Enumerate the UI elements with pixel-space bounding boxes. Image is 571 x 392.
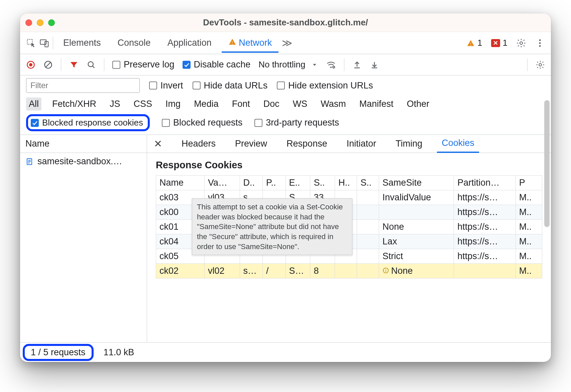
detail-tab-cookies[interactable]: Cookies [437,135,479,153]
requests-count: 1 / 5 requests [23,344,94,361]
cookie-row[interactable]: ck02vl02s…/S…8NoneM.. [156,264,542,278]
svg-point-4 [539,39,541,41]
download-icon[interactable] [370,60,379,69]
cookies-header-cell[interactable]: P.. [263,176,286,190]
cookie-cell: vl02 [205,264,240,278]
preserve-log-checkbox[interactable]: Preserve log [112,59,175,70]
detail-tab-initiator[interactable]: Initiator [342,135,381,152]
cookie-cell: M.. [516,234,542,249]
more-tabs-button[interactable]: ≫ [282,37,292,49]
cookie-cell: vl00 [205,205,240,220]
type-filter-manifest[interactable]: Manifest [357,97,396,111]
warn-count: 1 [477,38,482,48]
request-row[interactable]: samesite-sandbox.… [20,153,147,170]
cookie-cell: / [263,264,286,278]
cookies-header-cell[interactable]: E.. [286,176,310,190]
warning-icon [228,38,236,46]
cookies-header-cell[interactable]: Va… [205,176,240,190]
disable-cache-checkbox[interactable]: Disable cache [183,59,251,70]
cookie-cell: None [379,264,454,278]
transfer-size: 11.0 kB [104,347,134,358]
hide-data-label: Hide data URLs [204,80,268,91]
cookie-cell: Lax [379,234,454,249]
cookie-row[interactable]: ck00vl00s…/S…18https://s…M.. [156,205,542,220]
scrollbar-thumb[interactable] [544,100,550,227]
upload-icon[interactable] [352,60,362,69]
tab-network-label: Network [239,38,272,48]
cookies-table: NameVa…D..P..E..S..H..S..SameSitePartiti… [156,175,542,278]
tab-elements[interactable]: Elements [56,33,108,53]
filter-icon[interactable] [69,60,79,69]
blocked-cookies-checkbox[interactable]: Blocked response cookies [26,114,150,131]
type-filter-other[interactable]: Other [404,97,432,111]
hide-data-urls-checkbox[interactable]: Hide data URLs [193,80,268,91]
warnings-badge[interactable]: 1 [467,38,482,48]
inspect-element-icon[interactable] [26,38,36,48]
svg-point-6 [539,45,541,47]
type-filter-js[interactable]: JS [107,97,123,111]
network-status-bar: 1 / 5 requests 11.0 kB [20,343,551,362]
type-filter-fetchxhr[interactable]: Fetch/XHR [49,97,99,111]
type-filter-ws[interactable]: WS [290,97,310,111]
svg-point-11 [88,61,93,66]
type-filter-all[interactable]: All [26,97,41,111]
cookie-cell [357,249,379,264]
type-filter-media[interactable]: Media [191,97,221,111]
detail-tab-preview[interactable]: Preview [230,135,272,152]
errors-badge[interactable]: ✕ 1 [491,38,507,48]
clear-button[interactable] [43,60,53,69]
checkbox-icon [193,81,201,89]
invert-checkbox[interactable]: Invert [149,80,183,91]
type-filter-img[interactable]: Img [163,97,183,111]
blocked-requests-checkbox[interactable]: Blocked requests [162,118,242,128]
cookies-header-cell[interactable]: SameSite [379,176,454,190]
cookies-pane: Response Cookies NameVa…D..P..E..S..H..S… [147,153,551,283]
kebab-icon[interactable] [535,38,545,48]
network-toolbar: Preserve log Disable cache No throttling [20,54,551,75]
cookie-row[interactable]: ck04Laxhttps://s…M.. [156,234,542,249]
svg-line-10 [45,62,50,67]
detail-tab-headers[interactable]: Headers [177,135,220,152]
tab-application[interactable]: Application [161,33,218,53]
cookie-row[interactable]: ck01Nonehttps://s…M.. [156,220,542,234]
cookie-cell: vl03 [205,190,240,205]
cookies-header-cell[interactable]: D.. [240,176,263,190]
cookie-cell [263,234,286,249]
chevron-down-icon [311,61,318,68]
cookies-header-cell[interactable]: P [516,176,542,190]
tab-console[interactable]: Console [111,33,157,53]
tab-network[interactable]: Network [222,33,279,53]
throttling-select[interactable]: No throttling [258,59,318,70]
filter-input[interactable] [26,78,140,93]
cookie-row[interactable]: ck03vl03s…S…33InvalidValuehttps://s…M.. [156,190,542,205]
record-button[interactable] [26,60,35,69]
device-toolbar-icon[interactable] [39,38,49,48]
separator [344,58,344,71]
gear-icon[interactable] [516,38,526,48]
window-titlebar: DevTools - samesite-sandbox.glitch.me/ [20,13,551,32]
cookie-cell: s… [240,190,263,205]
type-filter-doc[interactable]: Doc [261,97,282,111]
gear-icon[interactable] [536,60,545,69]
cookies-header-cell[interactable]: S.. [310,176,335,190]
cookies-header-cell[interactable]: S.. [357,176,379,190]
cookies-header-cell[interactable]: Partition… [454,176,516,190]
type-filter-wasm[interactable]: Wasm [318,97,349,111]
type-filter-font[interactable]: Font [229,97,253,111]
search-icon[interactable] [87,60,96,69]
error-count: 1 [503,38,507,48]
cookies-header-cell[interactable]: Name [156,176,205,190]
hide-ext-urls-checkbox[interactable]: Hide extension URLs [277,80,373,91]
info-icon [382,266,391,276]
svg-point-14 [333,66,335,68]
detail-tab-timing[interactable]: Timing [391,135,427,152]
network-conditions-icon[interactable] [326,60,336,70]
cookies-header-cell[interactable]: H.. [335,176,357,190]
cookie-cell: s… [240,205,263,220]
detail-tab-response[interactable]: Response [282,135,332,152]
third-party-checkbox[interactable]: 3rd-party requests [254,118,339,128]
cookie-row[interactable]: ck05Stricthttps://s…M.. [156,249,542,264]
checkbox-icon [162,119,170,127]
type-filter-css[interactable]: CSS [131,97,155,111]
close-details-button[interactable]: ✕ [154,138,167,150]
